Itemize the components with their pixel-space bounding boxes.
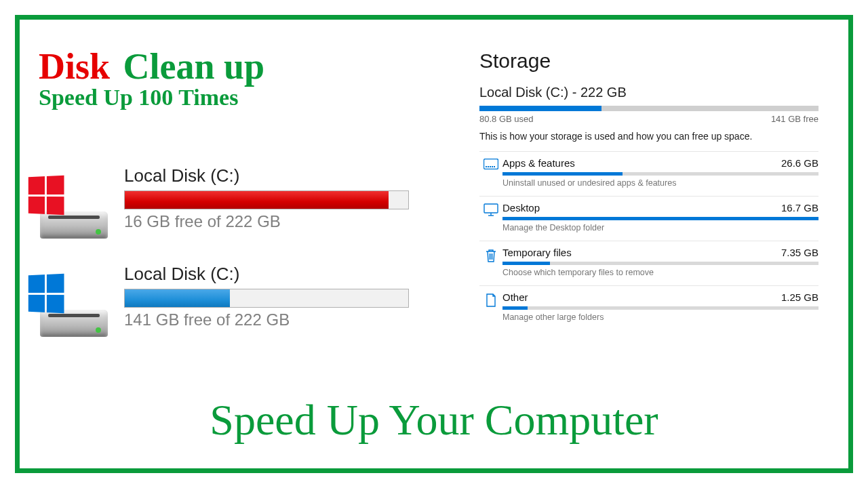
bottom-title: Speed Up Your Computer	[20, 395, 848, 445]
category-name: Apps & features	[502, 157, 575, 169]
category-bar-fill	[502, 217, 818, 220]
storage-free-label: 141 GB free	[771, 114, 818, 124]
subtitle: Speed Up 100 Times	[39, 85, 264, 110]
storage-used-label: 80.8 GB used	[479, 114, 534, 124]
category-description: Manage other large folders	[502, 312, 818, 322]
svg-rect-1	[486, 166, 487, 167]
drive-usage-fill	[125, 289, 230, 307]
category-name: Temporary files	[502, 247, 572, 258]
drive-usage-fill	[125, 191, 389, 209]
title-block: Disk Clean up Speed Up 100 Times	[39, 45, 264, 110]
storage-heading: Storage	[479, 49, 818, 73]
drive-free-text: 16 GB free of 222 GB	[124, 212, 429, 231]
category-description: Manage the Desktop folder	[502, 223, 818, 232]
category-bar	[502, 172, 818, 176]
outer-frame: Disk Clean up Speed Up 100 Times Local D…	[15, 15, 853, 473]
category-bar-fill	[502, 172, 623, 176]
category-bar-fill	[502, 262, 550, 265]
storage-category-apps[interactable]: Apps & features26.6 GBUninstall unused o…	[479, 151, 818, 196]
category-size: 26.6 GB	[781, 157, 818, 169]
svg-rect-3	[490, 166, 491, 167]
svg-rect-4	[492, 166, 493, 167]
storage-category-other[interactable]: Other1.25 GBManage other large folders	[479, 285, 818, 330]
category-bar	[502, 217, 818, 220]
desktop-icon	[479, 202, 502, 217]
storage-panel: Storage Local Disk (C:) - 222 GB 80.8 GB…	[479, 49, 818, 330]
category-size: 16.7 GB	[781, 202, 818, 214]
svg-rect-5	[494, 166, 495, 167]
drive-usage-bar	[124, 289, 409, 308]
apps-icon	[479, 157, 502, 169]
category-size: 1.25 GB	[781, 291, 818, 303]
category-bar	[502, 262, 818, 265]
storage-category-desktop[interactable]: Desktop16.7 GBManage the Desktop folder	[479, 196, 818, 241]
drive-free-text: 141 GB free of 222 GB	[124, 310, 429, 329]
category-description: Uninstall unused or undesired apps & fea…	[502, 178, 818, 188]
storage-category-trash[interactable]: Temporary files7.35 GBChoose which tempo…	[479, 241, 818, 285]
category-bar-fill	[502, 306, 528, 310]
drive-name: Local Disk (C:)	[124, 264, 429, 285]
title-word-cleanup: Clean up	[123, 46, 265, 87]
storage-total-bar	[479, 106, 818, 111]
category-size: 7.35 GB	[781, 247, 818, 258]
storage-total-fill	[479, 106, 601, 111]
category-name: Other	[502, 291, 528, 303]
drive-icon	[40, 183, 108, 239]
svg-rect-0	[484, 159, 498, 169]
drive-icon	[40, 281, 108, 337]
drive-usage-bar	[124, 190, 409, 209]
svg-rect-2	[488, 166, 489, 167]
svg-rect-6	[484, 204, 498, 213]
trash-icon	[479, 247, 502, 263]
category-name: Desktop	[502, 202, 540, 214]
other-icon	[479, 291, 502, 308]
drive-name: Local Disk (C:)	[124, 165, 429, 186]
title-word-disk: Disk	[39, 46, 110, 87]
windows-logo-icon	[28, 274, 64, 314]
category-bar	[502, 306, 818, 310]
storage-disk-label: Local Disk (C:) - 222 GB	[479, 85, 818, 100]
storage-description: This is how your storage is used and how…	[479, 131, 818, 142]
windows-logo-icon	[28, 176, 64, 216]
category-description: Choose which temporary files to remove	[502, 268, 818, 277]
